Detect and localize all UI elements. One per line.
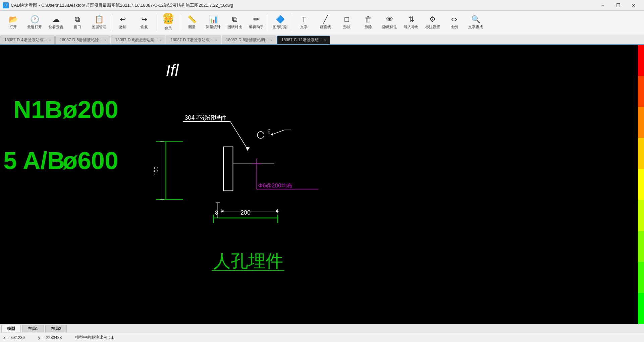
- toolbar-btn-measure_stat[interactable]: 📊测量统计: [203, 12, 224, 34]
- toolbar-label-cloud: 快看云盘: [49, 24, 63, 30]
- bottom-tabs: 模型布局1布局2: [0, 324, 644, 333]
- tab-close-tab5[interactable]: ×: [270, 38, 272, 42]
- toolbar-label-edit_assist: 编辑助手: [249, 24, 264, 30]
- cad-title-text: 人孔埋件: [213, 251, 283, 271]
- toolbar-label-text_search: 文字查找: [468, 24, 483, 30]
- tab-close-tab4[interactable]: ×: [215, 38, 217, 42]
- toolbar-label-text: 文字: [300, 24, 308, 30]
- toolbar-icon-hide_anno: 👁: [386, 16, 393, 23]
- tab-label-tab3: 18087-D-6渗滤液站泵···: [115, 37, 158, 43]
- toolbar-btn-redo[interactable]: ↪恢复: [134, 12, 155, 34]
- coord-x: x = -631239: [3, 335, 25, 340]
- toolbar-btn-import_export[interactable]: ⇅导入导出: [401, 12, 422, 34]
- toolbar-btn-undo[interactable]: ↩撤销: [112, 12, 133, 34]
- vip-badge: VIP: [164, 13, 172, 17]
- toolbar-icon-shape: □: [344, 16, 349, 23]
- toolbar-icon-measure: 📏: [187, 16, 197, 23]
- toolbar-label-anno_setting: 标注设置: [425, 24, 440, 30]
- toolbar-btn-measure[interactable]: 📏测量: [181, 12, 202, 34]
- toolbar-btn-draw_line[interactable]: ╱画直线: [315, 12, 336, 34]
- tab-tab1[interactable]: 18087-D-4渗滤液站综···×: [0, 36, 55, 44]
- toolbar-btn-shape[interactable]: □形状: [336, 12, 357, 34]
- toolbar-btn-vip[interactable]: VIP👑会员: [158, 12, 178, 34]
- bottom-tab-layout1[interactable]: 布局1: [22, 325, 44, 332]
- tab-close-tab2[interactable]: ×: [104, 38, 106, 42]
- toolbar-icon-cloud: ☁: [52, 16, 60, 23]
- title-left: C CAD快速看图 - C:\Users\123\Desktop\邯西项目最新图…: [3, 2, 233, 8]
- title-bar: C CAD快速看图 - C:\Users\123\Desktop\邯西项目最新图…: [0, 0, 644, 11]
- tab-tab6[interactable]: 18087-C-12渗滤液结···×: [277, 36, 330, 44]
- toolbar-label-measure: 测量: [188, 24, 196, 30]
- tab-tab4[interactable]: 18087-D-7渗滤液站综···×: [166, 36, 221, 44]
- toolbar-btn-compare[interactable]: ⧉图纸对比: [224, 12, 245, 34]
- tab-close-tab6[interactable]: ×: [324, 38, 326, 42]
- cad-text-304: 304 不锈钢埋件: [184, 114, 226, 121]
- toolbar-label-layer: 图层管理: [92, 24, 106, 30]
- cad-text-phi600: ø600: [63, 147, 118, 174]
- toolbar-label-redo: 恢复: [141, 24, 148, 30]
- toolbar-icon-undo: ↩: [120, 16, 126, 23]
- toolbar-btn-anno_setting[interactable]: ⚙标注设置: [422, 12, 443, 34]
- palette-color-1: [638, 76, 644, 107]
- toolbar-label-shape: 形状: [343, 24, 351, 30]
- toolbar-label-window: 窗口: [74, 24, 81, 30]
- cad-text-5ab: 5 A/B: [3, 147, 65, 174]
- tab-label-tab1: 18087-D-4渗滤液站综···: [4, 37, 47, 43]
- toolbar-separator: [180, 14, 180, 31]
- toolbar-label-measure_stat: 测量统计: [206, 24, 221, 30]
- close-button[interactable]: ✕: [626, 0, 641, 11]
- toolbar-separator: [292, 14, 292, 31]
- toolbar-label-vip: 会员: [164, 25, 172, 31]
- tab-tab5[interactable]: 18087-D-8渗滤液站调···×: [222, 36, 276, 44]
- palette-color-6: [638, 231, 644, 262]
- toolbar-label-delete: 删除: [365, 24, 372, 30]
- cad-text-phi200: ø200: [63, 96, 118, 123]
- restore-button[interactable]: ❐: [610, 0, 626, 11]
- toolbar-icon-redo: ↪: [141, 16, 147, 23]
- toolbar-label-hide_anno: 隐藏标注: [382, 24, 397, 30]
- toolbar-btn-text_search[interactable]: 🔍文字查找: [465, 12, 486, 34]
- toolbar-separator: [111, 14, 111, 31]
- palette-color-3: [638, 138, 644, 169]
- minimize-button[interactable]: －: [595, 0, 610, 11]
- cad-drawing: N1B ø200 5 A/B ø600 304 不锈钢埋件 6: [0, 45, 644, 324]
- palette-color-0: [638, 45, 644, 76]
- canvas-area[interactable]: N1B ø200 5 A/B ø600 304 不锈钢埋件 6: [0, 45, 644, 324]
- toolbar-btn-recent[interactable]: 🕐最近打开: [24, 12, 45, 34]
- toolbar-btn-open[interactable]: 📂打开: [3, 12, 23, 34]
- toolbar-icon-recent: 🕐: [30, 16, 39, 23]
- bottom-tab-layout2[interactable]: 布局2: [45, 325, 67, 332]
- toolbar-btn-window[interactable]: ⧉窗口: [67, 12, 88, 34]
- tab-close-tab1[interactable]: ×: [49, 38, 51, 42]
- tab-tab3[interactable]: 18087-D-6渗滤液站泵···×: [111, 36, 165, 44]
- cad-text-ifl: Ifl: [166, 61, 179, 79]
- toolbar-btn-hide_anno[interactable]: 👁隐藏标注: [379, 12, 400, 34]
- toolbar-label-draw_line: 画直线: [320, 24, 331, 30]
- toolbar-btn-text[interactable]: T文字: [293, 12, 314, 34]
- tab-label-tab6: 18087-C-12渗滤液结···: [281, 37, 322, 43]
- tab-label-tab4: 18087-D-7渗滤液站综···: [170, 37, 213, 43]
- tab-tab2[interactable]: 18087-D-5渗滤液站除···×: [55, 36, 110, 44]
- toolbar-label-import_export: 导入导出: [404, 24, 419, 30]
- toolbar-label-recent: 最近打开: [27, 24, 42, 30]
- toolbar: 📂打开🕐最近打开☁快看云盘⧉窗口📋图层管理↩撤销↪恢复VIP👑会员📏测量📊测量统…: [0, 11, 644, 35]
- toolbar-icon-open: 📂: [9, 16, 18, 23]
- coord-y: y = -2283488: [38, 335, 62, 340]
- tab-close-tab3[interactable]: ×: [160, 38, 162, 42]
- toolbar-icon-text_search: 🔍: [471, 16, 480, 23]
- tab-label-tab5: 18087-D-8渗滤液站调···: [226, 37, 269, 43]
- window-title: CAD快速看图 - C:\Users\123\Desktop\邯西项目最新图纸2…: [11, 2, 233, 8]
- toolbar-separator: [268, 14, 268, 31]
- toolbar-btn-shape_recog[interactable]: 🔷图形识别: [270, 12, 290, 34]
- tabs-bar: 18087-D-4渗滤液站综···×18087-D-5渗滤液站除···×1808…: [0, 35, 644, 45]
- scale-label: 模型中的标注比例：1: [75, 335, 114, 340]
- toolbar-btn-layer[interactable]: 📋图层管理: [89, 12, 109, 34]
- window-controls: － ❐ ✕: [595, 0, 641, 11]
- app-icon: C: [3, 2, 9, 8]
- toolbar-btn-delete[interactable]: 🗑删除: [358, 12, 379, 34]
- toolbar-btn-cloud[interactable]: ☁快看云盘: [46, 12, 66, 34]
- svg-rect-0: [0, 49, 644, 320]
- toolbar-btn-scale[interactable]: ⇔比例: [444, 12, 465, 34]
- bottom-tab-model[interactable]: 模型: [1, 325, 21, 332]
- toolbar-btn-edit_assist[interactable]: ✏编辑助手: [246, 12, 267, 34]
